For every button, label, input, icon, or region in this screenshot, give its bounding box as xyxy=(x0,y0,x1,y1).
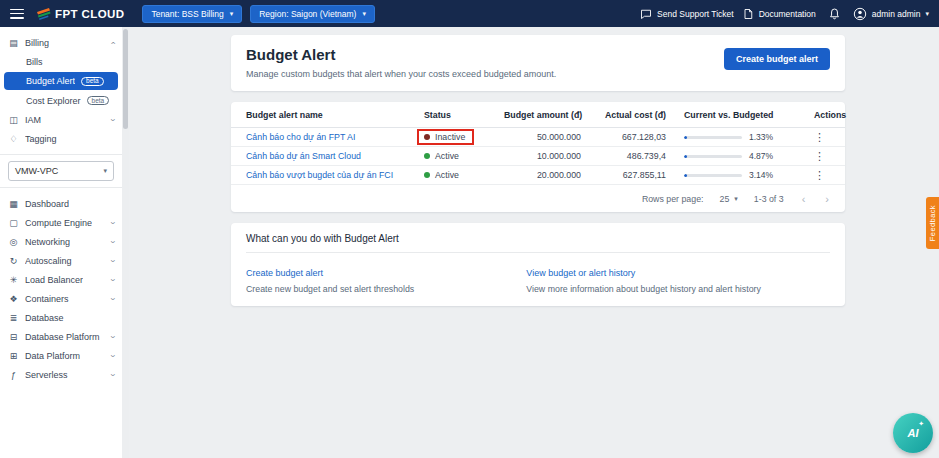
budget-alert-name-link[interactable]: Cảnh báo cho dự án FPT AI xyxy=(246,132,424,142)
status-label: Inactive xyxy=(435,132,465,142)
sidebar-item-label: Data Platform xyxy=(25,351,80,361)
bell-icon xyxy=(828,7,841,20)
sidebar-item-label: Bills xyxy=(26,57,43,67)
sidebar-item-networking[interactable]: ◎ Networking › xyxy=(0,232,122,251)
send-support-ticket-link[interactable]: Send Support Ticket xyxy=(640,8,734,20)
divider xyxy=(0,187,122,188)
sidebar-item-budget-alert[interactable]: Budget Alert beta xyxy=(4,72,118,90)
region-selector[interactable]: Region: Saigon (Vietnam) ▾ xyxy=(250,5,375,23)
help-description: Create new budget and set alert threshol… xyxy=(246,284,526,294)
sidebar-item-containers[interactable]: ❖ Containers › xyxy=(0,289,122,308)
sidebar-item-bills[interactable]: Bills xyxy=(0,52,122,71)
fpt-logo-icon xyxy=(36,7,51,20)
table-row: Cảnh báo dự án Smart Cloud Active 10.000… xyxy=(231,147,845,166)
chevron-down-icon: ▾ xyxy=(230,10,234,18)
data-platform-icon: ⊞ xyxy=(8,351,19,361)
status-cell: Active xyxy=(424,170,459,180)
sidebar-item-label: Dashboard xyxy=(25,199,69,209)
status-dot xyxy=(424,172,430,178)
budget-alert-name-link[interactable]: Cảnh báo dự án Smart Cloud xyxy=(246,151,424,161)
page-subtitle: Manage custom budgets that alert when yo… xyxy=(246,69,556,79)
autoscaling-icon: ↻ xyxy=(8,256,19,266)
sidebar-scrollbar[interactable] xyxy=(122,27,129,458)
budget-alert-name-link[interactable]: Cảnh báo vượt bugdet của dự án FCI xyxy=(246,170,424,180)
progress-cell: 3.14% xyxy=(684,170,814,180)
rows-per-page-select[interactable]: 25 ▾ xyxy=(720,194,738,204)
progress-percent: 3.14% xyxy=(749,170,773,180)
table-header-row: Budget alert name Status Budget amount (… xyxy=(231,102,845,128)
feedback-tab[interactable]: Feedback xyxy=(926,197,939,249)
fpt-cloud-logo: FPT CLOUD xyxy=(36,7,124,20)
sidebar-item-billing[interactable]: ▤ Billing › xyxy=(0,33,122,52)
sidebar-item-label: Cost Explorer xyxy=(26,96,81,106)
rows-per-page-value: 25 xyxy=(720,194,730,204)
sidebar-item-label: Networking xyxy=(25,237,70,247)
create-budget-alert-link[interactable]: Create budget alert xyxy=(246,268,323,278)
progress-fill xyxy=(684,155,687,158)
budget-amount: 10.000.000 xyxy=(504,151,599,161)
budget-alert-table-card: Budget alert name Status Budget amount (… xyxy=(231,102,845,212)
row-actions-menu[interactable]: ⋮ xyxy=(814,131,825,143)
sidebar-item-database[interactable]: ≣ Database xyxy=(0,308,122,327)
feedback-label: Feedback xyxy=(928,205,937,241)
sparkle-icon: ✦ xyxy=(918,420,924,428)
create-budget-alert-button[interactable]: Create budget alert xyxy=(724,48,830,70)
column-header: Current vs. Budgeted xyxy=(684,110,814,120)
ai-assistant-button[interactable]: AI ✦ xyxy=(893,413,933,453)
row-actions-menu[interactable]: ⋮ xyxy=(814,150,825,162)
next-page-button[interactable]: › xyxy=(823,193,831,205)
tenant-selector[interactable]: Tenant: BSS Billing ▾ xyxy=(142,5,242,23)
sidebar-item-label: Billing xyxy=(25,38,49,48)
sidebar-item-autoscaling[interactable]: ↻ Autoscaling › xyxy=(0,251,122,270)
progress-track xyxy=(684,136,742,139)
budget-amount: 20.000.000 xyxy=(504,170,599,180)
notifications-bell[interactable] xyxy=(828,7,841,20)
ai-label: AI xyxy=(908,427,919,439)
progress-track xyxy=(684,155,742,158)
support-ticket-icon xyxy=(640,8,652,20)
sidebar-item-database-platform[interactable]: ⊟ Database Platform › xyxy=(0,327,122,346)
vpc-selector[interactable]: VMW-VPC ▾ xyxy=(8,161,114,181)
sidebar-item-load-balancer[interactable]: ✳ Load Balancer › xyxy=(0,270,122,289)
status-cell: Active xyxy=(424,151,459,161)
sidebar-item-serverless[interactable]: ƒ Serverless › xyxy=(0,365,122,384)
chevron-down-icon: ▾ xyxy=(362,10,366,18)
chevron-down-icon: › xyxy=(108,118,118,121)
documentation-link[interactable]: Documentation xyxy=(742,8,816,20)
help-description: View more information about budget histo… xyxy=(526,284,806,294)
progress-cell: 4.87% xyxy=(684,151,814,161)
sidebar-item-tagging[interactable]: ♢ Tagging xyxy=(0,129,122,148)
sidebar-item-data-platform[interactable]: ⊞ Data Platform › xyxy=(0,346,122,365)
chevron-down-icon: › xyxy=(108,354,118,357)
annotation-highlight: Inactive xyxy=(417,129,474,145)
chevron-down-icon: › xyxy=(108,259,118,262)
serverless-icon: ƒ xyxy=(8,370,19,380)
sidebar-item-dashboard[interactable]: ▦ Dashboard xyxy=(0,194,122,213)
support-ticket-label: Send Support Ticket xyxy=(657,9,734,19)
iam-icon: ◫ xyxy=(8,115,19,125)
prev-page-button[interactable]: ‹ xyxy=(800,193,808,205)
progress-track xyxy=(684,174,742,177)
budget-amount: 50.000.000 xyxy=(504,132,599,142)
chevron-down-icon: › xyxy=(108,373,118,376)
pagination-range: 1-3 of 3 xyxy=(754,194,784,204)
chevron-up-icon: › xyxy=(108,41,118,44)
scrollbar-thumb[interactable] xyxy=(123,29,128,129)
sidebar-item-iam[interactable]: ◫ IAM › xyxy=(0,110,122,129)
containers-icon: ❖ xyxy=(8,294,19,304)
sidebar-item-compute-engine[interactable]: ▢ Compute Engine › xyxy=(0,213,122,232)
billing-icon: ▤ xyxy=(8,38,19,48)
row-actions-menu[interactable]: ⋮ xyxy=(814,169,825,181)
sidebar-item-cost-explorer[interactable]: Cost Explorer beta xyxy=(0,91,122,110)
sidebar-item-label: Database Platform xyxy=(25,332,100,342)
page-header-card: Budget Alert Manage custom budgets that … xyxy=(231,35,845,91)
chevron-down-icon: ▾ xyxy=(925,10,929,18)
user-menu[interactable]: admin admin ▾ xyxy=(853,7,929,21)
status-label: Active xyxy=(435,170,459,180)
view-budget-history-link[interactable]: View budget or alert history xyxy=(526,268,635,278)
sidebar-item-label: Budget Alert xyxy=(26,76,75,86)
actual-cost: 627.855,11 xyxy=(599,170,684,180)
top-bar: FPT CLOUD Tenant: BSS Billing ▾ Region: … xyxy=(0,0,939,27)
actual-cost: 667.128,03 xyxy=(599,132,684,142)
menu-icon[interactable] xyxy=(10,9,24,19)
